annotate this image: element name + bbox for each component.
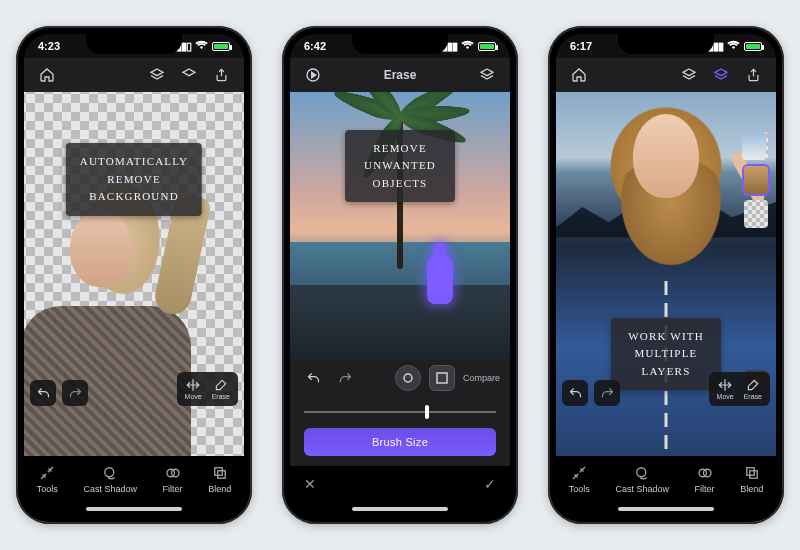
- notch: [618, 34, 714, 54]
- erase-label: Erase: [212, 393, 230, 400]
- share-icon[interactable]: [208, 62, 234, 88]
- home-indicator: [556, 502, 776, 516]
- move-tool-button[interactable]: Move: [713, 376, 738, 402]
- cast-shadow-button[interactable]: Cast Shadow: [83, 464, 137, 494]
- tools-button[interactable]: Tools: [37, 464, 58, 494]
- compare-button[interactable]: Compare: [463, 373, 500, 383]
- overlay-line-2: Remove Background: [80, 171, 188, 206]
- blend-button[interactable]: Blend: [208, 464, 231, 494]
- svg-rect-4: [217, 471, 225, 479]
- redo-button[interactable]: [332, 365, 358, 391]
- home-icon[interactable]: [566, 62, 592, 88]
- cast-shadow-label: Cast Shadow: [615, 484, 669, 494]
- blend-label: Blend: [740, 484, 763, 494]
- undo-button[interactable]: [30, 380, 56, 406]
- cast-shadow-button[interactable]: Cast Shadow: [615, 464, 669, 494]
- editor-canvas[interactable]: + Work with multiple Layers Move: [556, 92, 776, 456]
- editor-canvas[interactable]: Remove Unwanted Objects: [290, 92, 510, 360]
- svg-point-0: [105, 468, 114, 477]
- screen-title: Erase: [384, 68, 417, 82]
- confirm-button[interactable]: ✓: [484, 476, 496, 492]
- canvas-action-row: Compare: [290, 360, 510, 396]
- status-time: 6:42: [304, 40, 326, 52]
- status-time: 4:23: [38, 40, 60, 52]
- layers-icon[interactable]: [676, 62, 702, 88]
- layers-active-icon[interactable]: [708, 62, 734, 88]
- brush-size-label: Brush Size: [372, 436, 428, 448]
- overlay-line-1: Automatically: [80, 153, 188, 171]
- phone-frame-3: 6:17 ▮▮▮▮: [548, 26, 784, 524]
- svg-point-2: [171, 469, 179, 477]
- filter-button[interactable]: Filter: [163, 464, 183, 494]
- tools-label: Tools: [37, 484, 58, 494]
- brush-size-slider[interactable]: [304, 404, 496, 420]
- share-icon[interactable]: [740, 62, 766, 88]
- cancel-button[interactable]: ✕: [304, 476, 316, 492]
- undo-button[interactable]: [300, 365, 326, 391]
- editor-canvas[interactable]: Automatically Remove Background Move: [24, 92, 244, 456]
- filter-button[interactable]: Filter: [695, 464, 715, 494]
- brush-slider-block: Brush Size: [290, 396, 510, 466]
- layers-icon[interactable]: [474, 62, 500, 88]
- svg-point-8: [637, 468, 646, 477]
- notch: [86, 34, 182, 54]
- overlay-line-2: multiple Layers: [625, 345, 707, 380]
- move-label: Move: [185, 393, 202, 400]
- filter-label: Filter: [163, 484, 183, 494]
- overlay-line-1: Remove: [359, 140, 441, 158]
- brush-size-button[interactable]: Brush Size: [304, 428, 496, 456]
- overlay-line-1: Work with: [625, 328, 707, 346]
- home-indicator: [290, 502, 510, 516]
- redo-button[interactable]: [62, 380, 88, 406]
- notch: [352, 34, 448, 54]
- svg-rect-7: [437, 373, 447, 383]
- top-app-bar: Erase: [290, 58, 510, 92]
- battery-icon: [212, 42, 230, 51]
- top-app-bar: [556, 58, 776, 92]
- erase-tool-button[interactable]: Erase: [740, 376, 766, 402]
- brush-shape-circle-button[interactable]: [395, 365, 421, 391]
- slider-thumb[interactable]: [425, 405, 429, 419]
- redo-button[interactable]: [594, 380, 620, 406]
- screen-2: 6:42 ▮▮▮▮ Erase: [290, 34, 510, 516]
- selected-object-mask: [423, 242, 457, 312]
- preview-play-icon[interactable]: [300, 62, 326, 88]
- top-app-bar: [24, 58, 244, 92]
- wifi-icon: [195, 40, 208, 52]
- blend-label: Blend: [208, 484, 231, 494]
- bottom-toolbar: Tools Cast Shadow Filter Blend: [556, 456, 776, 502]
- cast-shadow-label: Cast Shadow: [83, 484, 137, 494]
- move-label: Move: [717, 393, 734, 400]
- tool-mini-row: Move Erase: [709, 372, 770, 406]
- battery-icon: [478, 42, 496, 51]
- confirm-bar: ✕ ✓: [290, 466, 510, 502]
- filter-label: Filter: [695, 484, 715, 494]
- layers-icon[interactable]: [144, 62, 170, 88]
- sand: [290, 285, 510, 360]
- svg-point-6: [404, 374, 412, 382]
- svg-rect-12: [749, 471, 757, 479]
- overlay-line-2: Unwanted Objects: [359, 157, 441, 192]
- svg-point-10: [703, 469, 711, 477]
- tool-mini-row: Move Erase: [177, 372, 238, 406]
- compare-toggle-icon[interactable]: [176, 62, 202, 88]
- undo-button[interactable]: [562, 380, 588, 406]
- layer-thumb-selected[interactable]: [744, 166, 768, 194]
- layer-thumb-mask[interactable]: [744, 200, 768, 228]
- tools-button[interactable]: Tools: [569, 464, 590, 494]
- layers-panel: +: [742, 132, 770, 396]
- mask-preview-button[interactable]: [429, 365, 455, 391]
- home-icon[interactable]: [34, 62, 60, 88]
- move-tool-button[interactable]: Move: [181, 376, 206, 402]
- tools-label: Tools: [569, 484, 590, 494]
- blend-button[interactable]: Blend: [740, 464, 763, 494]
- phone-frame-2: 6:42 ▮▮▮▮ Erase: [282, 26, 518, 524]
- feature-overlay-text: Automatically Remove Background: [66, 143, 202, 216]
- feature-overlay-text: Remove Unwanted Objects: [345, 130, 455, 203]
- status-time: 6:17: [570, 40, 592, 52]
- wifi-icon: [461, 40, 474, 52]
- subject-face: [633, 114, 699, 198]
- layer-thumb-sky[interactable]: [742, 132, 766, 160]
- erase-tool-button[interactable]: Erase: [208, 376, 234, 402]
- home-indicator: [24, 502, 244, 516]
